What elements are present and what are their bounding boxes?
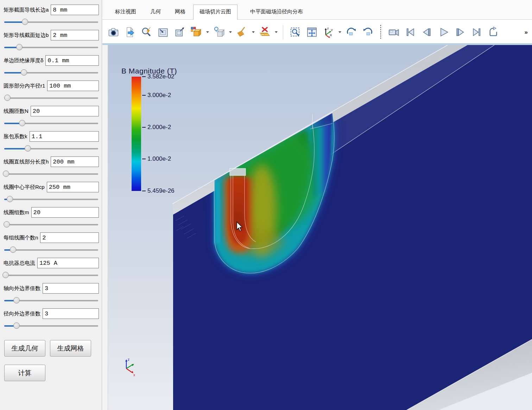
dropdown-caret-icon[interactable] [206, 31, 209, 33]
parameter-list: 矩形截面导线长边a矩形导线截面短边b单边匝绝缘厚度δ圆形部分内半径r1线圈匝数N… [4, 4, 99, 329]
parameter-slider[interactable] [4, 297, 98, 304]
slider-thumb[interactable] [22, 19, 28, 25]
action-button-row: 生成几何 生成网格 [4, 340, 98, 357]
parameter-row: 线圈直线部分长度h [4, 156, 99, 178]
dropdown-caret-icon[interactable] [229, 31, 232, 33]
slider-thumb[interactable] [13, 322, 20, 329]
tab-1[interactable]: 几何 [149, 5, 162, 19]
slider-thumb[interactable] [25, 145, 31, 152]
parameter-slider[interactable] [4, 272, 98, 279]
pan-icon[interactable] [305, 26, 318, 39]
svg-text:z: z [327, 27, 329, 30]
parameter-slider[interactable] [4, 171, 98, 178]
fit-window-icon[interactable] [156, 26, 170, 39]
panel-splitter[interactable] [102, 45, 108, 410]
parameter-slider[interactable] [4, 221, 98, 228]
display-mode-cube-icon[interactable] [189, 26, 203, 39]
slider-thumb[interactable] [7, 196, 13, 202]
camera-icon[interactable] [107, 26, 120, 39]
slider-thumb[interactable] [4, 95, 11, 101]
svg-text:z: z [128, 358, 129, 361]
replay-icon[interactable] [486, 26, 500, 39]
measure-off-icon[interactable] [258, 26, 271, 39]
parameter-row: 线圈中心半径Rcp [4, 181, 99, 203]
parameter-input[interactable] [30, 131, 99, 142]
parameter-input[interactable] [43, 283, 99, 294]
slider-thumb[interactable] [21, 69, 27, 76]
compute-button-row: 计算 [4, 365, 98, 381]
parameter-label: 线圈直线部分长度h [4, 159, 49, 165]
parameter-row: 胀包系数k [4, 131, 99, 152]
toolbar-overflow-button[interactable]: » [525, 29, 528, 36]
parameter-label: 圆形部分内半径r1 [4, 83, 45, 89]
slider-thumb[interactable] [19, 120, 25, 126]
coil-slot-top-cap [230, 168, 246, 175]
parameter-slider[interactable] [4, 196, 98, 203]
parameter-input[interactable] [51, 30, 99, 40]
parameter-label: 矩形导线截面短边b [4, 32, 49, 39]
parameter-input[interactable] [43, 308, 99, 319]
parameter-slider[interactable] [4, 120, 98, 127]
parameter-slider[interactable] [4, 69, 98, 76]
tab-4[interactable]: 中平面磁场沿径向分布 [249, 5, 304, 19]
slider-thumb[interactable] [10, 246, 16, 253]
parameter-slider[interactable] [4, 145, 98, 152]
parameter-label: 线圈匝数N [4, 108, 28, 115]
tab-3[interactable]: 磁场切片云图 [193, 5, 238, 20]
parameter-slider[interactable] [4, 95, 98, 102]
skip-first-icon[interactable] [404, 26, 417, 39]
compute-button[interactable]: 计算 [4, 365, 45, 381]
record-video-icon[interactable] [387, 26, 400, 39]
generate-geometry-button[interactable]: 生成几何 [4, 340, 45, 357]
parameter-label: 电抗器总电流 [4, 260, 35, 267]
render-viewport[interactable]: z x B Magnitude (T) 3.582e-023.000e-22.0… [108, 45, 532, 410]
slider-thumb[interactable] [13, 297, 20, 303]
parameter-label: 每组线圈个数n [4, 235, 38, 241]
parameter-input[interactable] [37, 258, 99, 268]
toolbar-separator [380, 25, 381, 40]
parameter-input[interactable] [51, 156, 99, 167]
clean-broom-icon[interactable] [235, 26, 248, 39]
step-forward-icon[interactable] [453, 26, 467, 39]
dropdown-caret-icon[interactable] [275, 31, 278, 33]
dropdown-caret-icon[interactable] [252, 31, 255, 33]
parameter-input[interactable] [31, 207, 99, 218]
generate-mesh-button[interactable]: 生成网格 [50, 340, 91, 357]
export-image-icon[interactable] [123, 26, 137, 39]
slider-thumb[interactable] [16, 44, 23, 50]
parameter-input[interactable] [40, 232, 99, 243]
slider-thumb[interactable] [4, 221, 10, 228]
application-window: 矩形截面导线长边a矩形导线截面短边b单边匝绝缘厚度δ圆形部分内半径r1线圈匝数N… [0, 0, 532, 410]
play-icon[interactable] [437, 26, 450, 39]
slider-thumb[interactable] [3, 171, 9, 177]
tab-bar: 标注视图几何网格磁场切片云图中平面磁场沿径向分布 [102, 0, 532, 20]
zoom-region-icon[interactable] [289, 26, 302, 39]
toolbar-separator [283, 25, 283, 40]
parameter-slider[interactable] [4, 19, 98, 26]
rotate-cw-icon[interactable] [344, 26, 358, 39]
skip-last-icon[interactable] [470, 26, 483, 39]
parameter-slider[interactable] [4, 246, 98, 254]
tab-2[interactable]: 网格 [173, 5, 187, 19]
step-back-icon[interactable] [420, 26, 433, 39]
field-slice-scene[interactable]: z x [108, 45, 532, 410]
parameter-input[interactable] [45, 55, 99, 66]
zoom-flash-icon[interactable] [140, 26, 153, 39]
svg-text:Y: Y [331, 28, 333, 32]
parameter-row: 圆形部分内半径r1 [4, 80, 99, 102]
tab-0[interactable]: 标注视图 [114, 5, 138, 19]
parameter-row: 径向外边界倍数 [4, 308, 99, 329]
dropdown-caret-icon[interactable] [338, 31, 341, 33]
parameter-input[interactable] [51, 5, 99, 15]
rotate-ccw-icon[interactable] [361, 26, 374, 39]
orientation-triad-icon[interactable]: zYX [322, 26, 335, 39]
parameter-input[interactable] [47, 81, 99, 91]
visibility-cube-icon[interactable] [212, 26, 226, 39]
parameter-row: 线圈匝数N [4, 105, 99, 127]
slider-thumb[interactable] [2, 272, 9, 278]
parameter-slider[interactable] [4, 322, 98, 329]
parameter-slider[interactable] [4, 44, 98, 51]
parameter-input[interactable] [31, 106, 99, 116]
parameter-input[interactable] [47, 182, 99, 192]
expand-window-icon[interactable] [173, 26, 186, 39]
